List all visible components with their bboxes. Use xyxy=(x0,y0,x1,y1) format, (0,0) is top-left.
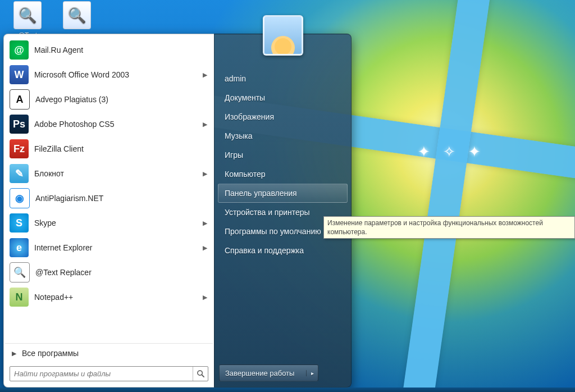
pinned-program-label: Блокнот xyxy=(34,169,199,178)
pinned-program-label: FileZilla Client xyxy=(34,144,207,153)
submenu-arrow-icon: ▶ xyxy=(203,121,207,128)
submenu-arrow-icon: ▶ xyxy=(203,294,207,301)
pinned-program-item[interactable]: ✎Блокнот▶ xyxy=(5,161,213,186)
pinned-program-item[interactable]: WMicrosoft Office Word 2003▶ xyxy=(5,62,213,87)
file-icon: 🔍 xyxy=(63,1,91,29)
places-item[interactable]: Документы xyxy=(218,88,348,107)
search-box xyxy=(10,366,208,381)
submenu-arrow-icon: ▶ xyxy=(203,71,207,79)
app-icon: W xyxy=(10,65,29,84)
pinned-program-item[interactable]: SSkype▶ xyxy=(5,211,213,235)
pinned-program-label: AntiPlagiarism.NET xyxy=(35,194,207,203)
all-programs-button[interactable]: ▶ Все программы xyxy=(5,343,213,363)
app-icon: N xyxy=(10,288,29,307)
pinned-program-item[interactable]: PsAdobe Photoshop CS5▶ xyxy=(5,112,213,136)
shutdown-row: Завершение работы ▸ xyxy=(219,364,318,381)
pinned-program-item[interactable]: 🔍@Text Replacer xyxy=(5,260,213,285)
all-programs-label: Все программы xyxy=(22,349,79,358)
shutdown-options-button[interactable]: ▸ xyxy=(306,370,318,376)
pinned-program-label: @Text Replacer xyxy=(35,268,207,277)
app-icon: Fz xyxy=(10,139,29,158)
pinned-program-label: Microsoft Office Word 2003 xyxy=(34,70,199,79)
pinned-program-item[interactable]: @Mail.Ru Agent xyxy=(5,38,213,62)
taskbar[interactable] xyxy=(0,388,575,392)
places-item[interactable]: Изображения xyxy=(218,107,348,126)
pinned-program-label: Internet Explorer xyxy=(34,243,199,252)
user-picture-icon[interactable] xyxy=(263,15,303,56)
search-row xyxy=(5,363,213,384)
pinned-program-label: Mail.Ru Agent xyxy=(34,45,207,54)
start-menu-left-panel: @Mail.Ru AgentWMicrosoft Office Word 200… xyxy=(3,34,214,388)
pinned-program-label: Notepad++ xyxy=(34,293,199,302)
app-icon: 🔍 xyxy=(10,262,30,282)
pinned-program-item[interactable]: AAdvego Plagiatus (3) xyxy=(5,87,213,112)
app-icon: A xyxy=(10,89,30,110)
search-input[interactable] xyxy=(10,367,193,381)
pinned-program-item[interactable]: FzFileZilla Client xyxy=(5,136,213,161)
app-icon: ◉ xyxy=(10,188,30,208)
pinned-program-label: Skype xyxy=(34,218,199,227)
app-icon: Ps xyxy=(10,115,29,134)
chevron-right-icon: ▶ xyxy=(12,350,16,357)
start-menu-right-panel: adminДокументыИзображенияМузыкаИгрыКомпь… xyxy=(214,34,352,388)
pinned-program-label: Advego Plagiatus (3) xyxy=(35,95,207,104)
shutdown-label: Завершение работы xyxy=(220,369,306,377)
desktop[interactable]: ✦ ✧ ✦ 🔍@Text🔍open-com. @Mail.Ru AgentWMi… xyxy=(0,0,575,392)
pinned-programs-list: @Mail.Ru AgentWMicrosoft Office Word 200… xyxy=(5,38,213,343)
places-item[interactable]: Панель управления xyxy=(218,184,348,203)
search-icon[interactable] xyxy=(193,367,208,381)
pinned-program-item[interactable]: NNotepad++▶ xyxy=(5,285,213,309)
shutdown-button[interactable]: Завершение работы ▸ xyxy=(219,364,318,381)
app-icon: ✎ xyxy=(10,164,29,183)
wallpaper-sparkle: ✦ ✧ ✦ xyxy=(418,143,485,161)
submenu-arrow-icon: ▶ xyxy=(203,220,207,227)
tooltip: Изменение параметров и настройка функцио… xyxy=(323,216,575,239)
pinned-program-item[interactable]: eInternet Explorer▶ xyxy=(5,235,213,260)
file-icon: 🔍 xyxy=(13,1,42,29)
app-icon: e xyxy=(10,238,29,257)
app-icon: @ xyxy=(10,40,29,60)
svg-line-1 xyxy=(202,375,204,377)
submenu-arrow-icon: ▶ xyxy=(203,170,207,177)
pinned-program-label: Adobe Photoshop CS5 xyxy=(34,120,199,129)
start-menu: @Mail.Ru AgentWMicrosoft Office Word 200… xyxy=(3,34,352,388)
places-item[interactable]: admin xyxy=(218,69,348,88)
places-item[interactable]: Игры xyxy=(218,145,348,165)
places-item[interactable]: Музыка xyxy=(218,126,348,145)
pinned-program-item[interactable]: ◉AntiPlagiarism.NET xyxy=(5,186,213,211)
app-icon: S xyxy=(10,213,29,233)
places-item[interactable]: Компьютер xyxy=(218,165,348,184)
places-item[interactable]: Справка и поддержка xyxy=(218,241,348,260)
submenu-arrow-icon: ▶ xyxy=(203,244,207,252)
